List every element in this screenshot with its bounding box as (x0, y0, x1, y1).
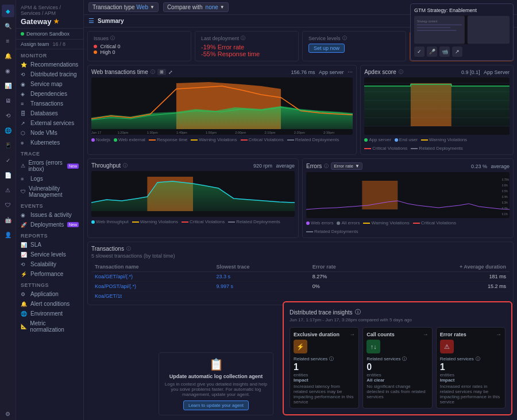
sidebar-icon-synth[interactable]: ✓ (2, 154, 14, 166)
sidebar-icon-infra[interactable]: 🖥 (2, 94, 14, 107)
assign-team-btn[interactable]: Assign team (21, 41, 49, 47)
nav-item-service-levels[interactable]: 📈Service levels (16, 250, 83, 259)
nav-item-transactions[interactable]: ≡Transactions (16, 99, 83, 108)
error-impact-label: Impact (440, 378, 501, 383)
nav-item-databases[interactable]: 🗄Databases (16, 108, 83, 118)
sidebar-icon-alert[interactable]: 🔔 (2, 49, 14, 62)
sidebar-icon-user[interactable]: 👤 (2, 228, 14, 241)
setup-now-button[interactable]: Set up now (308, 44, 345, 53)
errors-info-icon[interactable]: ⓘ (324, 163, 329, 169)
call-impact-label: All clear (366, 378, 428, 383)
sidebar-icon-search[interactable]: 🔍 (2, 20, 14, 32)
sidebar-icon-mobile[interactable]: 📱 (2, 139, 14, 151)
deployments-icon: 🚀 (21, 222, 28, 228)
gtm-share-btn[interactable]: ↗ (452, 46, 462, 57)
last-deployment-title: Last deployment ⓘ (201, 35, 292, 41)
nav-header: APM & Services / Services / APM Gateway … (16, 0, 83, 29)
error-rate-dropdown[interactable]: Error rate ▼ (331, 162, 362, 170)
assign-toolbar: Assign team 16 / 8 (16, 40, 83, 49)
wt-expand-icon[interactable]: ⤢ (168, 69, 173, 75)
transaction-name-3[interactable]: Koa/GET/1t (91, 291, 213, 301)
nav-item-sla[interactable]: 📊SLA (16, 240, 83, 250)
sidebar-icon-entity[interactable]: ≡ (2, 34, 14, 47)
call-related-info[interactable]: ⓘ (402, 356, 407, 362)
recommendations-icon: ⭐ (21, 62, 28, 68)
apdex-legend-warning: Warning Violations (421, 137, 467, 142)
sidebar-icon-ml[interactable]: 🤖 (2, 213, 14, 226)
transaction-name-2[interactable]: Koa/POST/api/(.*) (91, 282, 213, 291)
call-counts-arrow[interactable]: → (423, 331, 429, 337)
nav-item-errors-inbox[interactable]: ⚠Errors (errors inbox)New (16, 158, 83, 174)
apdex-info-icon[interactable]: ⓘ (399, 69, 403, 75)
service-levels-info-icon[interactable]: ⓘ (342, 35, 347, 41)
service-levels-title: Service levels ⓘ (308, 35, 400, 41)
wt-more-icon[interactable]: ⋯ (348, 69, 353, 75)
svg-text:1:40pm: 1:40pm (176, 131, 188, 134)
avg-duration-1: 181 ms (382, 272, 510, 282)
slowest-trace-2: 9.997 s (213, 282, 309, 291)
nav-item-external-services[interactable]: ↗External services (16, 118, 83, 128)
legend-response-time: Response time (149, 137, 187, 142)
insights-info-icon[interactable]: ⓘ (355, 308, 361, 316)
col-avg-duration: + Average duration (382, 262, 510, 272)
nav-item-distributed-tracing[interactable]: ⟲Distributed tracing (16, 69, 83, 79)
wt-info-icon[interactable]: ⓘ (151, 69, 155, 75)
errors-card: Errors ⓘ Error rate ▼ 0.23 % average (302, 158, 514, 238)
nav-item-vulnerability[interactable]: 🛡Vulnerability Management (16, 184, 83, 200)
nav-item-performance[interactable]: ⚡Performance (16, 269, 83, 279)
sidebar-icon-chart[interactable]: 📊 (2, 79, 14, 92)
gtm-cam-btn[interactable]: 📹 (439, 46, 450, 57)
nav-item-logs[interactable]: ≡Logs (16, 174, 83, 184)
nav-item-scalability[interactable]: ⟲Scalability (16, 259, 83, 269)
nav-item-environment[interactable]: 🌐Environment (16, 309, 83, 318)
update-agent-description: Logs in context give you detailed insigh… (164, 382, 268, 397)
issues-info-icon[interactable]: ⓘ (110, 35, 115, 41)
nav-item-dependencies[interactable]: ◈Dependencies (16, 89, 83, 99)
nav-item-metric-normalization[interactable]: 📐Metric normalization (16, 318, 83, 335)
sidebar-icon-vuln[interactable]: 🛡 (2, 199, 14, 211)
transactions-info-icon[interactable]: ⓘ (126, 246, 131, 252)
apdex-legend-app: App server (364, 137, 391, 142)
nav-item-application[interactable]: ⚙Application (16, 289, 83, 299)
gtm-check-btn[interactable]: ✓ (414, 46, 425, 57)
sidebar-icon-query[interactable]: ◉ (2, 64, 14, 77)
compare-with-filter[interactable]: Compare with none ▼ (163, 2, 229, 12)
svg-text:0.1%: 0.1% (502, 213, 508, 216)
tp-legend-critical: Critical Violations (182, 219, 225, 224)
nav-item-deployments[interactable]: 🚀DeploymentsNew (16, 220, 83, 230)
nav-item-issues[interactable]: ◉Issues & activity (16, 210, 83, 220)
gtm-mic-btn[interactable]: 🎤 (427, 46, 437, 57)
transaction-type-filter[interactable]: Transaction type Web ▼ (88, 2, 159, 12)
transactions-apdex-row: Web transactions time ⓘ ⊞ ⤢ 156.76 ms Ap… (87, 65, 514, 155)
sidebar-icon-nr[interactable]: ◆ (2, 5, 14, 17)
nav-item-kubernetes[interactable]: ⎈Kubernetes (16, 138, 83, 147)
sidebar-icon-gear[interactable]: ⚙ (2, 407, 14, 420)
sidebar-icon-browser[interactable]: 🌐 (2, 124, 14, 137)
issues-values: Critical 0 High 0 (94, 44, 185, 55)
wt-chart-toggle[interactable]: ⊞ (157, 69, 166, 75)
nav-item-recommendations[interactable]: ⭐Recommendations (16, 60, 83, 69)
nav-item-service-map[interactable]: ◉Service map (16, 79, 83, 89)
error-rates-arrow[interactable]: → (496, 331, 501, 337)
favorite-star[interactable]: ★ (53, 18, 59, 25)
summary-label[interactable]: Summary (98, 18, 124, 24)
error-related-info[interactable]: ⓘ (476, 356, 480, 362)
exclusive-related-info[interactable]: ⓘ (329, 356, 334, 362)
legend-nodejs: Nodejs (91, 137, 110, 142)
learn-update-button[interactable]: Learn to update your agent (183, 400, 249, 410)
sidebar-icon-logs[interactable]: 📄 (2, 169, 14, 181)
exclusive-duration-related: Related services ⓘ (294, 356, 355, 362)
nav-item-node-vms[interactable]: ⬡Node VMs (16, 128, 83, 138)
exclusive-duration-arrow[interactable]: → (349, 331, 355, 337)
svg-text:0.6%: 0.6% (502, 184, 508, 187)
sidebar-icon-errors[interactable]: ⚠ (2, 184, 14, 196)
web-transactions-value: 156.76 ms App server ⋯ (291, 69, 353, 75)
transaction-name-1[interactable]: Koa/GET/api/(.*) (91, 272, 213, 282)
svg-rect-38 (417, 24, 462, 25)
icon-sidebar: ◆ 🔍 ≡ 🔔 ◉ 📊 🖥 ⟲ 🌐 📱 ✓ 📄 ⚠ 🛡 🤖 👤 ⚙ (0, 0, 16, 420)
deployment-info-icon[interactable]: ⓘ (241, 35, 245, 41)
sidebar-icon-apm[interactable]: ⟲ (2, 109, 14, 122)
throughput-title: Throughput ⓘ (91, 162, 128, 169)
throughput-info-icon[interactable]: ⓘ (123, 162, 128, 169)
nav-item-alert-conditions[interactable]: 🔔Alert conditions (16, 299, 83, 309)
